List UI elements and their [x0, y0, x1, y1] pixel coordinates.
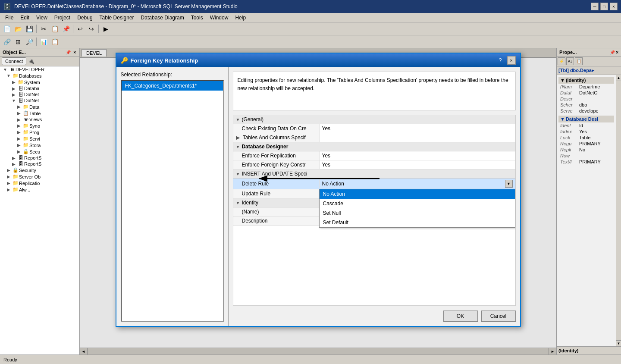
menu-database-diagram[interactable]: Database Diagram	[138, 14, 188, 22]
tree-dotnet2[interactable]: ▼ 🗄 DotNet	[10, 97, 79, 104]
tree-server-ob[interactable]: ▶ 📁 Server Ob	[5, 173, 79, 180]
save-btn[interactable]: 💾	[24, 24, 34, 34]
toolbar2-btn2[interactable]: ⊞	[13, 37, 23, 47]
dialog-help-btn[interactable]: ?	[499, 57, 502, 63]
tree-secu[interactable]: ▶ 🔒 Secu	[16, 148, 79, 155]
dropdown-option-set-default[interactable]: Set Default	[320, 218, 515, 227]
tree-replicatio[interactable]: ▶ 📁 Replicatio	[5, 180, 79, 186]
toolbar2-btn4[interactable]: 📊	[38, 37, 49, 47]
tree-reports1[interactable]: ▶ 🗄 ReportS	[10, 155, 79, 161]
rp-close-btn[interactable]: ×	[616, 50, 618, 55]
tree-databa[interactable]: ▶ 🗄 Databa	[10, 85, 79, 91]
open-btn[interactable]: 📂	[13, 24, 23, 34]
props-grid: ▼ (General) Check Existing Data On Cre Y…	[233, 115, 516, 306]
menu-table-designer[interactable]: Table Designer	[96, 14, 138, 22]
prop-enforce-replication-value[interactable]: Yes	[320, 151, 515, 160]
undo-btn[interactable]: ↩	[75, 24, 85, 34]
tree-root[interactable]: ▼ 🖥 DEVELOPER	[0, 66, 79, 72]
minimize-btn[interactable]: ─	[591, 3, 599, 10]
reports1-icon: 🗄	[17, 155, 24, 160]
views-icon: 👁	[22, 117, 29, 122]
menu-file[interactable]: File	[2, 14, 17, 22]
general-section-label: (General)	[242, 116, 263, 122]
rp-scroll-down-btn[interactable]: ▼	[616, 340, 621, 346]
prop-tables-columns: ▶ Tables And Columns Specif	[233, 133, 515, 142]
close-btn[interactable]: ×	[610, 3, 618, 10]
prop-check-existing: Check Existing Data On Cre Yes	[233, 124, 515, 133]
menu-window[interactable]: Window	[207, 14, 232, 22]
rp-identity-title[interactable]: ▼ (Identity)	[558, 77, 614, 84]
rp-tbl-label[interactable]: [Tbl] dbo.Depa▸	[557, 66, 621, 75]
menu-debug[interactable]: Debug	[74, 14, 96, 22]
redo-btn[interactable]: ↪	[86, 24, 97, 34]
prop-enforce-fk-name: Enforce Foreign Key Constr	[233, 160, 320, 169]
maximize-btn[interactable]: □	[600, 3, 608, 10]
tree-prog[interactable]: ▶ 📁 Prog	[16, 129, 79, 135]
status-bar: Ready	[0, 355, 621, 364]
rp-ident-row: Ident Id	[558, 122, 614, 129]
prop-check-existing-value[interactable]: Yes	[320, 124, 515, 133]
dialog-props-panel: Editing properties for new relationship.…	[229, 67, 520, 326]
tree-views[interactable]: ▶ 👁 Views	[16, 116, 79, 122]
tree-stora[interactable]: ▶ 📁 Stora	[16, 142, 79, 148]
sidebar-pin-btn[interactable]: 📌	[65, 50, 72, 55]
toolbar2-btn3[interactable]: 🔎	[24, 37, 34, 47]
rp-sort-btn3[interactable]: 📋	[575, 57, 583, 65]
tree-databases[interactable]: ▼ 📁 Databases	[5, 72, 79, 79]
new-btn[interactable]: 📄	[2, 24, 12, 34]
tree-security[interactable]: ▶ 🔒 Security	[5, 167, 79, 173]
menu-project[interactable]: Project	[51, 14, 74, 22]
toolbar2-sep-1	[36, 38, 37, 46]
prop-description-key: Description	[233, 217, 320, 225]
rp-sort-btn2[interactable]: A↓	[566, 57, 574, 65]
tree-reports2[interactable]: ▶ 🗄 ReportS	[10, 161, 79, 167]
tree-syno[interactable]: ▶ 📁 Syno	[16, 122, 79, 129]
menu-bar: File Edit View Project Debug Table Desig…	[0, 13, 621, 22]
cancel-btn[interactable]: Cancel	[481, 311, 516, 322]
toolbar2-btn1[interactable]: 🔗	[2, 37, 12, 47]
menu-view[interactable]: View	[33, 14, 51, 22]
prop-enforce-fk-value[interactable]: Yes	[320, 160, 515, 169]
dropdown-option-set-null[interactable]: Set Null	[320, 208, 515, 218]
prop-tables-columns-value[interactable]	[320, 136, 515, 139]
rp-pin-btn[interactable]: 📌	[610, 50, 615, 55]
tree-data[interactable]: ▶ 📁 Data	[16, 104, 79, 110]
sidebar-close-btn[interactable]: ×	[72, 50, 77, 55]
rp-scroll-up-btn[interactable]: ▲	[616, 75, 621, 81]
relationship-list-item[interactable]: FK_Categories_Departments1*	[122, 81, 223, 91]
tree-servi[interactable]: ▶ 📁 Servi	[16, 135, 79, 142]
cut-btn[interactable]: ✂	[38, 24, 49, 34]
run-btn[interactable]: ▶	[100, 24, 111, 34]
connect-btn[interactable]: Connect	[2, 57, 26, 65]
servi-icon: 📁	[22, 136, 29, 141]
tree-table[interactable]: ▶ 📋 Table	[16, 110, 79, 116]
dropdown-option-no-action[interactable]: No Action	[320, 189, 515, 199]
delete-rule-dropdown-arrow[interactable]: ▼	[505, 180, 513, 188]
rp-sort-btn1[interactable]: ⚡	[558, 57, 565, 65]
prop-enforce-replication: Enforce For Replication Yes	[233, 151, 515, 160]
general-section-header[interactable]: ▼ (General)	[233, 115, 515, 124]
tree-dotnet1[interactable]: ▶ 🗄 DotNet	[10, 91, 79, 97]
relationship-list[interactable]: FK_Categories_Departments1*	[121, 80, 224, 322]
folder-data-icon: 📁	[22, 104, 29, 110]
copy-btn[interactable]: 📋	[50, 24, 60, 34]
ok-btn[interactable]: OK	[443, 311, 478, 322]
menu-edit[interactable]: Edit	[17, 14, 33, 22]
menu-help[interactable]: Help	[232, 14, 249, 22]
toolbar-sep-3	[98, 25, 99, 33]
menu-tools[interactable]: Tools	[188, 14, 207, 22]
rp-scher-row: Scher dbo	[558, 102, 614, 108]
dialog-body: Selected Relationship: FK_Categories_Dep…	[116, 67, 520, 326]
rp-vscrollbar[interactable]: ▲ ▼	[616, 75, 621, 346]
paste-btn[interactable]: 📌	[61, 24, 71, 34]
diagram-area: DEVEL ◄ ► 🔑 Foreign Key Relationship ? ×	[80, 48, 556, 355]
toolbar: 📄 📂 💾 ✂ 📋 📌 ↩ ↪ ▶	[0, 22, 621, 35]
dropdown-option-cascade[interactable]: Cascade	[320, 199, 515, 208]
toolbar2-btn5[interactable]: 📋	[50, 37, 60, 47]
tree-alway[interactable]: ▶ 📁 Alw...	[5, 186, 79, 193]
db-designer-section-header[interactable]: ▼ Database Designer	[233, 142, 515, 151]
rp-db-designer-section: ▼ Database Desi Ident Id Index Yes Lock …	[558, 116, 614, 165]
dialog-close-btn[interactable]: ×	[507, 56, 516, 65]
rp-db-designer-title[interactable]: ▼ Database Desi	[558, 116, 614, 122]
tree-system[interactable]: ▶ 📁 System	[10, 79, 79, 85]
